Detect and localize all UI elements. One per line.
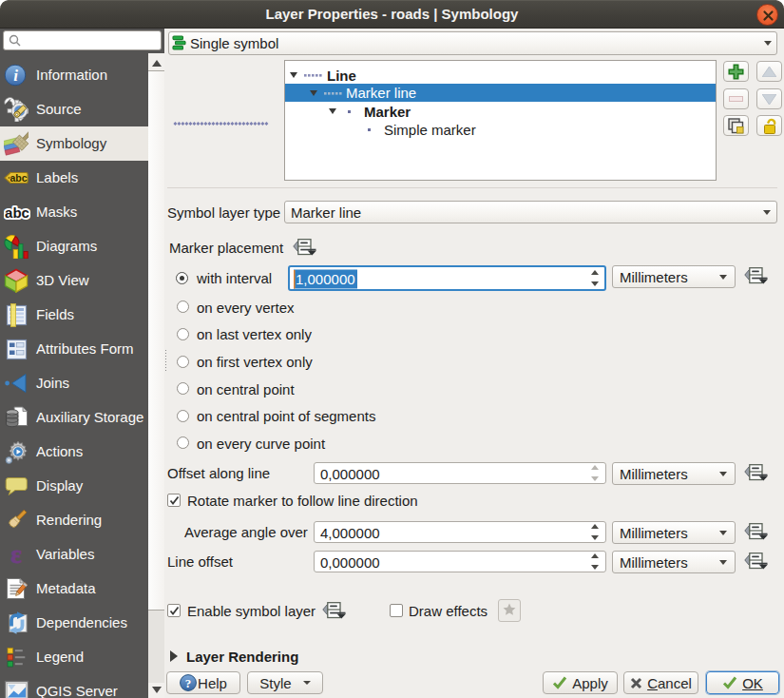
svg-text:?: ? — [185, 676, 192, 690]
svg-text:abc: abc — [10, 172, 27, 184]
svg-text:abc: abc — [5, 204, 29, 221]
svg-text:ε: ε — [10, 542, 22, 567]
svg-text:i: i — [13, 67, 18, 85]
